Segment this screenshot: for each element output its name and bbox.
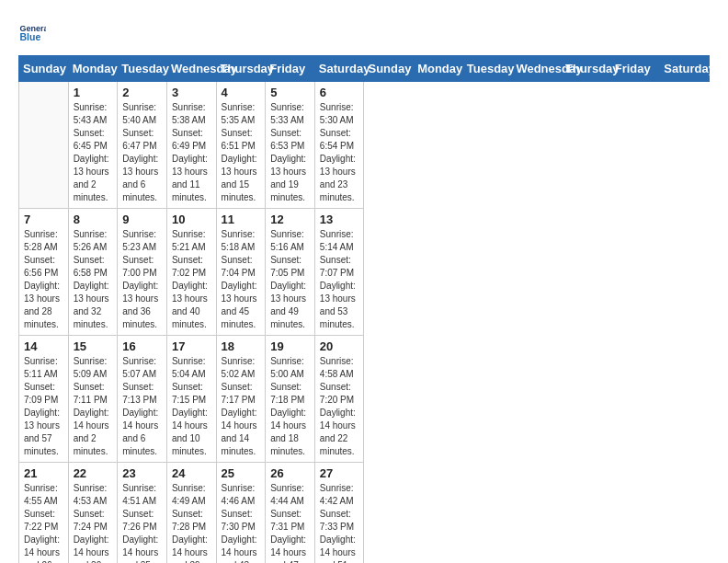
weekday-header-row: SundayMondayTuesdayWednesdayThursdayFrid… — [19, 56, 710, 82]
calendar-cell: 22Sunrise: 4:53 AMSunset: 7:24 PMDayligh… — [68, 463, 118, 564]
day-info: Sunrise: 5:09 AMSunset: 7:11 PMDaylight:… — [74, 355, 113, 458]
calendar-cell: 8Sunrise: 5:26 AMSunset: 6:58 PMDaylight… — [68, 209, 118, 336]
day-info: Sunrise: 5:33 AMSunset: 6:53 PMDaylight:… — [270, 101, 310, 204]
weekday-header-wednesday: Wednesday — [166, 56, 216, 82]
day-number: 27 — [320, 466, 359, 480]
day-number: 12 — [270, 213, 310, 226]
calendar-cell: 6Sunrise: 5:30 AMSunset: 6:54 PMDaylight… — [314, 82, 364, 209]
weekday-header-thursday: Thursday — [216, 56, 266, 82]
calendar-week-2: 7Sunrise: 5:28 AMSunset: 6:56 PMDaylight… — [19, 209, 710, 336]
day-info: Sunrise: 5:26 AMSunset: 6:58 PMDaylight:… — [74, 228, 113, 331]
day-info: Sunrise: 4:44 AMSunset: 7:31 PMDaylight:… — [270, 482, 310, 563]
calendar-cell: 10Sunrise: 5:21 AMSunset: 7:02 PMDayligh… — [166, 209, 216, 336]
svg-text:Blue: Blue — [20, 31, 41, 42]
day-number: 5 — [270, 86, 310, 99]
calendar-cell: 25Sunrise: 4:46 AMSunset: 7:30 PMDayligh… — [216, 463, 266, 564]
day-info: Sunrise: 5:28 AMSunset: 6:56 PMDaylight:… — [24, 228, 63, 331]
calendar-cell: 21Sunrise: 4:55 AMSunset: 7:22 PMDayligh… — [19, 463, 69, 564]
day-info: Sunrise: 5:35 AMSunset: 6:51 PMDaylight:… — [222, 101, 261, 204]
day-number: 24 — [172, 466, 211, 480]
calendar-cell: 2Sunrise: 5:40 AMSunset: 6:47 PMDaylight… — [118, 82, 167, 209]
day-info: Sunrise: 5:21 AMSunset: 7:02 PMDaylight:… — [172, 228, 211, 331]
day-number: 14 — [24, 339, 63, 353]
weekday-header-tuesday: Tuesday — [462, 56, 512, 82]
calendar-cell: 26Sunrise: 4:44 AMSunset: 7:31 PMDayligh… — [266, 463, 315, 564]
day-number: 20 — [320, 339, 359, 353]
day-number: 25 — [222, 466, 261, 480]
calendar-cell: 16Sunrise: 5:07 AMSunset: 7:13 PMDayligh… — [118, 336, 167, 463]
day-number: 7 — [24, 213, 63, 226]
day-info: Sunrise: 5:38 AMSunset: 6:49 PMDaylight:… — [172, 101, 211, 204]
weekday-header-thursday: Thursday — [562, 56, 611, 82]
weekday-header-sunday: Sunday — [19, 56, 69, 82]
day-number: 2 — [122, 86, 162, 99]
calendar-cell: 12Sunrise: 5:16 AMSunset: 7:05 PMDayligh… — [266, 209, 315, 336]
weekday-header-wednesday: Wednesday — [512, 56, 562, 82]
calendar-table: SundayMondayTuesdayWednesdayThursdayFrid… — [18, 55, 710, 563]
logo: General Blue — [18, 18, 46, 46]
day-info: Sunrise: 5:00 AMSunset: 7:18 PMDaylight:… — [270, 355, 310, 458]
day-info: Sunrise: 5:02 AMSunset: 7:17 PMDaylight:… — [222, 355, 261, 458]
calendar-cell: 23Sunrise: 4:51 AMSunset: 7:26 PMDayligh… — [118, 463, 167, 564]
day-number: 15 — [74, 339, 113, 353]
day-number: 16 — [122, 339, 162, 353]
calendar-cell: 1Sunrise: 5:43 AMSunset: 6:45 PMDaylight… — [68, 82, 118, 209]
weekday-header-saturday: Saturday — [660, 56, 710, 82]
weekday-header-saturday: Saturday — [314, 56, 364, 82]
day-info: Sunrise: 5:40 AMSunset: 6:47 PMDaylight:… — [122, 101, 162, 204]
day-info: Sunrise: 5:16 AMSunset: 7:05 PMDaylight:… — [270, 228, 310, 331]
weekday-header-tuesday: Tuesday — [118, 56, 167, 82]
weekday-header-sunday: Sunday — [364, 56, 414, 82]
day-info: Sunrise: 5:30 AMSunset: 6:54 PMDaylight:… — [320, 101, 359, 204]
calendar-cell: 3Sunrise: 5:38 AMSunset: 6:49 PMDaylight… — [166, 82, 216, 209]
day-info: Sunrise: 4:49 AMSunset: 7:28 PMDaylight:… — [172, 482, 211, 563]
day-number: 10 — [172, 213, 211, 226]
day-number: 13 — [320, 213, 359, 226]
day-info: Sunrise: 4:53 AMSunset: 7:24 PMDaylight:… — [74, 482, 113, 563]
day-number: 21 — [24, 466, 63, 480]
day-info: Sunrise: 4:42 AMSunset: 7:33 PMDaylight:… — [320, 482, 359, 563]
day-number: 19 — [270, 339, 310, 353]
day-number: 1 — [74, 86, 113, 99]
calendar-cell: 14Sunrise: 5:11 AMSunset: 7:09 PMDayligh… — [19, 336, 69, 463]
day-number: 8 — [74, 213, 113, 226]
weekday-header-friday: Friday — [610, 56, 660, 82]
calendar-cell: 27Sunrise: 4:42 AMSunset: 7:33 PMDayligh… — [314, 463, 364, 564]
calendar-cell: 19Sunrise: 5:00 AMSunset: 7:18 PMDayligh… — [266, 336, 315, 463]
calendar-cell: 18Sunrise: 5:02 AMSunset: 7:17 PMDayligh… — [216, 336, 266, 463]
calendar-cell: 7Sunrise: 5:28 AMSunset: 6:56 PMDaylight… — [19, 209, 69, 336]
weekday-header-monday: Monday — [68, 56, 118, 82]
day-number: 11 — [222, 213, 261, 226]
day-info: Sunrise: 5:07 AMSunset: 7:13 PMDaylight:… — [122, 355, 162, 458]
day-info: Sunrise: 5:04 AMSunset: 7:15 PMDaylight:… — [172, 355, 211, 458]
calendar-cell: 5Sunrise: 5:33 AMSunset: 6:53 PMDaylight… — [266, 82, 315, 209]
day-info: Sunrise: 5:11 AMSunset: 7:09 PMDaylight:… — [24, 355, 63, 458]
day-info: Sunrise: 4:55 AMSunset: 7:22 PMDaylight:… — [24, 482, 63, 563]
day-number: 17 — [172, 339, 211, 353]
day-number: 26 — [270, 466, 310, 480]
weekday-header-friday: Friday — [266, 56, 315, 82]
day-info: Sunrise: 5:23 AMSunset: 7:00 PMDaylight:… — [122, 228, 162, 331]
calendar-week-3: 14Sunrise: 5:11 AMSunset: 7:09 PMDayligh… — [19, 336, 710, 463]
day-number: 4 — [222, 86, 261, 99]
page-header: General Blue — [18, 18, 710, 46]
day-info: Sunrise: 4:58 AMSunset: 7:20 PMDaylight:… — [320, 355, 359, 458]
day-info: Sunrise: 5:43 AMSunset: 6:45 PMDaylight:… — [74, 101, 113, 204]
weekday-header-monday: Monday — [414, 56, 463, 82]
calendar-cell: 13Sunrise: 5:14 AMSunset: 7:07 PMDayligh… — [314, 209, 364, 336]
calendar-cell: 15Sunrise: 5:09 AMSunset: 7:11 PMDayligh… — [68, 336, 118, 463]
day-info: Sunrise: 5:14 AMSunset: 7:07 PMDaylight:… — [320, 228, 359, 331]
day-info: Sunrise: 5:18 AMSunset: 7:04 PMDaylight:… — [222, 228, 261, 331]
calendar-cell — [19, 82, 69, 209]
day-info: Sunrise: 4:51 AMSunset: 7:26 PMDaylight:… — [122, 482, 162, 563]
calendar-cell: 9Sunrise: 5:23 AMSunset: 7:00 PMDaylight… — [118, 209, 167, 336]
day-number: 18 — [222, 339, 261, 353]
day-number: 22 — [74, 466, 113, 480]
calendar-cell: 17Sunrise: 5:04 AMSunset: 7:15 PMDayligh… — [166, 336, 216, 463]
day-info: Sunrise: 4:46 AMSunset: 7:30 PMDaylight:… — [222, 482, 261, 563]
day-number: 23 — [122, 466, 162, 480]
day-number: 9 — [122, 213, 162, 226]
logo-icon: General Blue — [18, 18, 46, 46]
calendar-cell: 4Sunrise: 5:35 AMSunset: 6:51 PMDaylight… — [216, 82, 266, 209]
calendar-week-4: 21Sunrise: 4:55 AMSunset: 7:22 PMDayligh… — [19, 463, 710, 564]
